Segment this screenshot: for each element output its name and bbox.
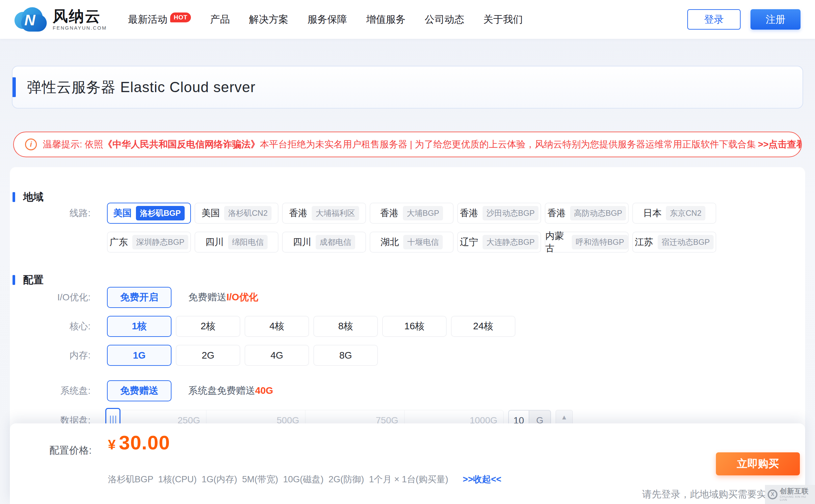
line-option-sc-mianyang[interactable]: 四川绵阳电信 <box>194 232 278 253</box>
collapse-link[interactable]: >>收起<< <box>463 474 501 484</box>
nav-item-company-news[interactable]: 公司动态 <box>425 13 464 26</box>
brand-domain: FENGNAYUN.COM <box>53 25 107 31</box>
line-option-jp-tokyo-cn2[interactable]: 日本东京CN2 <box>632 203 716 224</box>
line-options-row-2: 广东深圳静态BGP 四川绵阳电信 四川成都电信 湖北十堰电信 辽宁大连静态BGP… <box>10 232 805 253</box>
cores-row: 核心: 1核 2核 4核 8核 16核 24核 <box>10 316 805 337</box>
line-option-js-suqian-bgp[interactable]: 江苏宿迁动态BGP <box>632 232 716 253</box>
nav-item-solutions[interactable]: 解决方案 <box>249 13 288 26</box>
section-accent-bar <box>13 192 15 202</box>
core-option-16[interactable]: 16核 <box>382 316 447 337</box>
top-navigation-bar: N 风纳云 FENGNAYUN.COM 最新活动 HOT 产品 解决方案 服务保… <box>0 0 815 39</box>
line-label: 线路: <box>10 207 90 219</box>
watermark-subtext: CHUANG XIN HU LIAN <box>780 495 812 501</box>
nav-item-latest-activity[interactable]: 最新活动 HOT <box>128 13 191 26</box>
line-option-hk-taipo-welfare[interactable]: 香港大埔福利区 <box>282 203 366 224</box>
info-icon: i <box>25 139 37 150</box>
io-free-enable-button[interactable]: 免费开启 <box>107 287 171 308</box>
login-button[interactable]: 登录 <box>687 9 741 30</box>
price-amount: ¥ 30.00 <box>108 431 170 454</box>
line-option-us-la-cn2[interactable]: 美国洛杉矶CN2 <box>194 203 278 224</box>
io-label: I/O优化: <box>10 291 90 304</box>
line-option-gd-shenzhen-bgp[interactable]: 广东深圳静态BGP <box>107 232 191 253</box>
watermark: X 创新互联 CHUANG XIN HU LIAN <box>765 485 815 504</box>
page-title: 弹性云服务器 Elastic Cloud server <box>27 78 255 97</box>
line-option-ln-dalian-bgp[interactable]: 辽宁大连静态BGP <box>457 232 541 253</box>
cloud-logo-icon: N <box>14 7 47 32</box>
title-accent-bar <box>13 77 16 97</box>
notice-banner: i 温馨提示: 依照《中华人民共和国反电信网络诈骗法》本平台拒绝为未实名用户租售… <box>13 132 802 157</box>
register-button[interactable]: 注册 <box>751 9 801 30</box>
memory-option-2g[interactable]: 2G <box>176 345 240 366</box>
watermark-name: 创新互联 <box>780 488 812 494</box>
nav-item-about-us[interactable]: 关于我们 <box>483 13 523 26</box>
brand-name: 风纳云 <box>53 8 107 24</box>
memory-label: 内存: <box>10 349 90 362</box>
sysdisk-label: 系统盘: <box>10 385 90 397</box>
price-bar: 配置价格: ¥ 30.00 洛杉矶BGP 1核(CPU) 1G(内存) 5M(带… <box>10 423 805 504</box>
core-option-2[interactable]: 2核 <box>176 316 240 337</box>
line-option-hk-highdef-bgp[interactable]: 香港高防动态BGP <box>545 203 629 224</box>
notice-view-link[interactable]: >>点击查看<< <box>758 138 802 151</box>
nav-item-service-guarantee[interactable]: 服务保障 <box>307 13 347 26</box>
section-region: 地域 <box>13 190 43 204</box>
currency-symbol: ¥ <box>108 437 115 453</box>
nav-item-value-added[interactable]: 增值服务 <box>366 13 405 26</box>
line-option-hb-shiyan[interactable]: 湖北十堰电信 <box>369 232 454 253</box>
memory-option-1g[interactable]: 1G <box>107 345 171 366</box>
price-value: 30.00 <box>119 431 170 454</box>
config-summary: 洛杉矶BGP 1核(CPU) 1G(内存) 5M(带宽) 10G(磁盘) 2G(… <box>108 473 501 485</box>
brand-logo[interactable]: N 风纳云 FENGNAYUN.COM <box>14 7 107 32</box>
memory-option-8g[interactable]: 8G <box>313 345 378 366</box>
nav-item-products[interactable]: 产品 <box>210 13 230 26</box>
sysdisk-note: 系统盘免费赠送40G <box>188 384 273 397</box>
section-config: 配置 <box>13 273 43 287</box>
io-row: I/O优化: 免费开启 免费赠送I/O优化 <box>10 287 805 308</box>
cores-label: 核心: <box>10 320 90 333</box>
line-option-hk-taipo-bgp[interactable]: 香港大埔BGP <box>369 203 454 224</box>
sysdisk-free-button[interactable]: 免费赠送 <box>107 380 171 401</box>
line-option-sc-chengdu[interactable]: 四川成都电信 <box>282 232 366 253</box>
core-option-8[interactable]: 8核 <box>313 316 378 337</box>
line-option-hk-shatin-bgp[interactable]: 香港沙田动态BGP <box>457 203 541 224</box>
line-options-row-1: 线路: 美国洛杉矶BGP 美国洛杉矶CN2 香港大埔福利区 香港大埔BGP 香港… <box>10 203 805 224</box>
login-hint: 请先登录，此地域购买需要实 <box>642 488 766 501</box>
line-option-nm-hohhot-bgp[interactable]: 内蒙古呼和浩特BGP <box>545 232 629 253</box>
sysdisk-row: 系统盘: 免费赠送 系统盘免费赠送40G <box>10 380 805 401</box>
line-option-us-la-bgp[interactable]: 美国洛杉矶BGP <box>107 203 191 224</box>
buy-now-button[interactable]: 立即购买 <box>716 452 800 475</box>
io-note: 免费赠送I/O优化 <box>188 291 258 304</box>
price-label: 配置价格: <box>49 444 91 457</box>
section-accent-bar <box>13 275 15 285</box>
memory-row: 内存: 1G 2G 4G 8G <box>10 345 805 366</box>
core-option-24[interactable]: 24核 <box>451 316 516 337</box>
page-title-card: 弹性云服务器 Elastic Cloud server <box>12 66 803 109</box>
memory-option-4g[interactable]: 4G <box>244 345 309 366</box>
watermark-logo-icon: X <box>768 490 777 499</box>
core-option-4[interactable]: 4核 <box>244 316 309 337</box>
main-nav: 最新活动 HOT 产品 解决方案 服务保障 增值服务 公司动态 关于我们 <box>128 13 523 26</box>
notice-text: 温馨提示: 依照《中华人民共和国反电信网络诈骗法》本平台拒绝为未实名用户租售服务… <box>43 138 756 151</box>
core-option-1[interactable]: 1核 <box>107 316 171 337</box>
hot-badge: HOT <box>170 13 191 22</box>
